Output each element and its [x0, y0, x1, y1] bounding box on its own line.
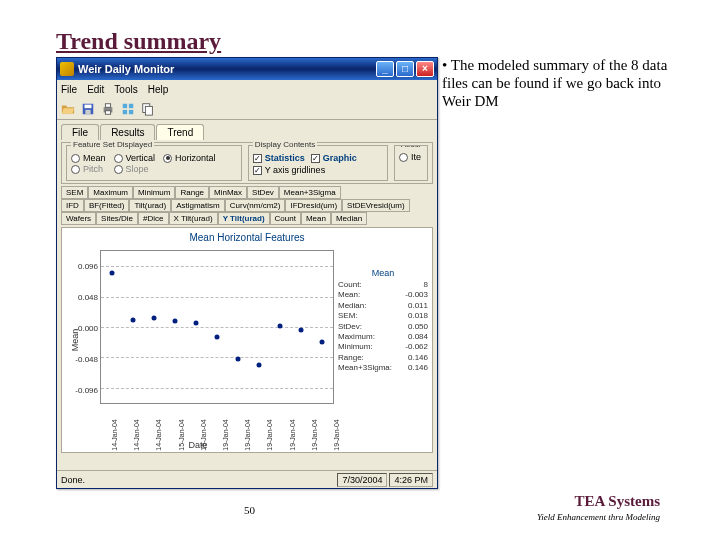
x-tick-label: 19-Jan-04 [333, 419, 340, 451]
data-tab-sem[interactable]: SEM [61, 186, 88, 199]
plot-inner [100, 250, 334, 404]
data-tab-mean-3sigma[interactable]: Mean+3Sigma [279, 186, 341, 199]
gridline [101, 388, 333, 389]
svg-rect-9 [129, 109, 133, 113]
gridline [101, 297, 333, 298]
data-point [109, 271, 114, 276]
slide-title: Trend summary [56, 28, 221, 55]
run-icon[interactable] [119, 100, 137, 118]
data-tabs-row1: SEMMaximumMinimumRangeMinMaxStDevMean+3S… [61, 186, 433, 199]
check-graphic[interactable]: ✓Graphic [311, 153, 357, 163]
data-tab-minmax[interactable]: MinMax [209, 186, 247, 199]
menu-edit[interactable]: Edit [87, 84, 104, 95]
data-tab-count[interactable]: Count [270, 212, 301, 225]
data-point [193, 321, 198, 326]
check-statistics[interactable]: ✓Statistics [253, 153, 305, 163]
open-icon[interactable] [59, 100, 77, 118]
abscissa-label: Absci [399, 145, 423, 149]
radio-slope[interactable]: Slope [114, 164, 156, 174]
y-tick-label: 0.096 [72, 261, 98, 270]
data-tab-maximum[interactable]: Maximum [88, 186, 133, 199]
menu-tools[interactable]: Tools [114, 84, 137, 95]
svg-rect-4 [105, 103, 110, 107]
menu-file[interactable]: File [61, 84, 77, 95]
x-tick-label: 19-Jan-04 [311, 419, 318, 451]
minimize-button[interactable]: _ [376, 61, 394, 77]
titlebar[interactable]: Weir Daily Monitor _ □ × [57, 58, 437, 80]
data-tab-minimum[interactable]: Minimum [133, 186, 175, 199]
data-tab-y-tilt-urad-[interactable]: Y Tilt(urad) [218, 212, 270, 225]
data-point [320, 340, 325, 345]
maximize-button[interactable]: □ [396, 61, 414, 77]
menubar: File Edit Tools Help [57, 80, 437, 98]
close-button[interactable]: × [416, 61, 434, 77]
options-panel: Feature Set Displayed Mean Pitch Vertica… [61, 142, 433, 184]
stats-row: Minimum:-0.062 [338, 342, 428, 352]
gridline [101, 357, 333, 358]
tab-file[interactable]: File [61, 124, 99, 140]
stats-row: Range:0.146 [338, 353, 428, 363]
stats-row: SEM:0.018 [338, 311, 428, 321]
brand-name: TEA Systems [575, 493, 660, 510]
page-number: 50 [244, 504, 255, 516]
data-tab-tilt-urad-[interactable]: Tilt(urad) [129, 199, 171, 212]
radio-mean[interactable]: Mean [71, 153, 106, 163]
data-tab-ifd[interactable]: IFD [61, 199, 84, 212]
y-tick-label: 0.000 [72, 324, 98, 333]
toolbar [57, 98, 437, 120]
save-icon[interactable] [79, 100, 97, 118]
chart-title: Mean Horizontal Features [62, 232, 432, 243]
data-tab-mean[interactable]: Mean [301, 212, 331, 225]
data-tab-median[interactable]: Median [331, 212, 367, 225]
radio-horizontal[interactable]: Horizontal [163, 153, 216, 163]
data-point [130, 318, 135, 323]
data-tab-range[interactable]: Range [175, 186, 209, 199]
gridline [101, 266, 333, 267]
stats-row: Maximum:0.084 [338, 332, 428, 342]
data-point [278, 323, 283, 328]
svg-rect-11 [145, 106, 152, 115]
x-tick-label: 14-Jan-04 [155, 419, 162, 451]
stats-row: Count:8 [338, 280, 428, 290]
statusbar: Done. 7/30/2004 4:26 PM [57, 470, 437, 488]
x-tick-label: 19-Jan-04 [244, 419, 251, 451]
radio-abscissa-ite[interactable]: Ite [399, 152, 423, 162]
x-tick-label: 19-Jan-04 [289, 419, 296, 451]
display-contents-label: Display Contents [253, 140, 317, 149]
data-tab-stdev[interactable]: StDev [247, 186, 279, 199]
data-tabs-row2: IFDBF(Fitted)Tilt(urad)AstigmatismCurv(n… [61, 199, 433, 212]
x-tick-label: 15-Jan-04 [178, 419, 185, 451]
data-tab-stdevresid-um-[interactable]: StDEVresid(um) [342, 199, 410, 212]
status-date: 7/30/2004 [337, 473, 387, 487]
stats-row: StDev:0.050 [338, 322, 428, 332]
stats-title: Mean [338, 268, 428, 278]
data-tab-astigmatism[interactable]: Astigmatism [171, 199, 225, 212]
data-point [236, 356, 241, 361]
x-tick-label: 19-Jan-04 [266, 419, 273, 451]
copy-icon[interactable] [139, 100, 157, 118]
radio-pitch[interactable]: Pitch [71, 164, 106, 174]
brand-tagline: Yield Enhancement thru Modeling [537, 512, 660, 522]
data-tab-sites-die[interactable]: Sites/Die [96, 212, 138, 225]
stats-legend: Mean Count:8Mean:-0.003Median:0.011SEM:0… [338, 268, 428, 374]
data-tab-x-tilt-urad-[interactable]: X Tilt(urad) [169, 212, 218, 225]
chart-area: Mean Horizontal Features Mean Date 0.096… [61, 227, 433, 453]
data-tab-curv-nm-cm2-[interactable]: Curv(nm/cm2) [225, 199, 286, 212]
svg-rect-6 [123, 103, 127, 107]
x-tick-label: 15-Jan-04 [200, 419, 207, 451]
check-ygrid[interactable]: ✓Y axis gridlines [253, 165, 383, 175]
data-tab-ifdresid-um-[interactable]: IFDresid(um) [285, 199, 342, 212]
stats-row: Mean:-0.003 [338, 290, 428, 300]
x-tick-label: 14-Jan-04 [133, 419, 140, 451]
menu-help[interactable]: Help [148, 84, 169, 95]
data-tab--dice[interactable]: #Dice [138, 212, 168, 225]
tab-results[interactable]: Results [100, 124, 155, 140]
abscissa-group: Absci Ite [394, 145, 428, 181]
radio-vertical[interactable]: Vertical [114, 153, 156, 163]
data-tab-bf-fitted-[interactable]: BF(Fitted) [84, 199, 130, 212]
data-tab-wafers[interactable]: Wafers [61, 212, 96, 225]
data-point [299, 328, 304, 333]
print-icon[interactable] [99, 100, 117, 118]
tab-trend[interactable]: Trend [156, 124, 204, 140]
svg-rect-7 [129, 103, 133, 107]
